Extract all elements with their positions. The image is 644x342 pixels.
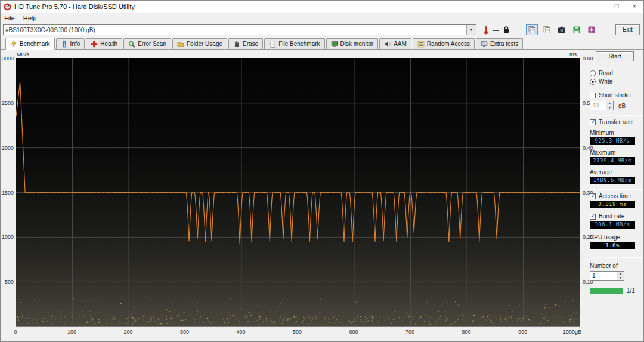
read-radio[interactable] xyxy=(590,70,596,76)
extra-tests-icon xyxy=(481,41,488,48)
x-axis-tick: 700 xyxy=(401,329,419,335)
chevron-down-icon[interactable]: ▼ xyxy=(466,25,476,35)
short-stroke-checkbox[interactable] xyxy=(590,93,596,98)
app-window: HD Tune Pro 5.70 - Hard Disk/SSD Utility… xyxy=(0,0,644,342)
tab-file-benchmark[interactable]: File Benchmark xyxy=(264,38,324,49)
access-time-value: 0.019 ms xyxy=(590,201,635,208)
menu-file[interactable]: File xyxy=(4,14,15,21)
window-title: HD Tune Pro 5.70 - Hard Disk/SSD Utility xyxy=(14,3,135,10)
average-label: Average xyxy=(590,169,643,175)
separator xyxy=(590,115,643,116)
speaker-icon xyxy=(384,41,391,48)
tab-extra-tests[interactable]: Extra tests xyxy=(476,38,523,49)
spinner-down-icon[interactable]: ▼ xyxy=(606,106,613,110)
minimize-button[interactable]: – xyxy=(590,1,608,13)
write-radio[interactable] xyxy=(590,79,596,85)
minimum-value: 925.3 MB/s xyxy=(590,137,635,145)
maximize-button[interactable]: □ xyxy=(608,1,626,13)
y-axis-tick-left: 1500 xyxy=(1,190,14,196)
spinner-arrows[interactable]: ▲▼ xyxy=(606,101,613,110)
access-time-label: Access time xyxy=(599,193,631,199)
menu-bar: File Help xyxy=(1,13,643,23)
burst-rate-row[interactable]: Burst rate xyxy=(590,213,643,220)
main-content: 300025002000150010005000.600.500.400.300… xyxy=(1,50,643,341)
number-of-value: 1 xyxy=(590,272,617,280)
window-controls: – □ × xyxy=(590,1,643,13)
tab-health[interactable]: Health xyxy=(86,38,122,49)
exit-button[interactable]: Exit xyxy=(615,24,640,35)
benchmark-chart: 300025002000150010005000.600.500.400.300… xyxy=(1,50,587,341)
tab-erase[interactable]: Erase xyxy=(228,38,263,49)
short-stroke-row[interactable]: Short stroke xyxy=(590,92,643,98)
tab-label: Info xyxy=(70,41,80,47)
copy-text-icon[interactable] xyxy=(541,24,553,35)
toolbar: #BS100T3X0C-00SJ00 (1000 gB) ▼ — xyxy=(1,23,643,37)
menu-help[interactable]: Help xyxy=(23,14,37,21)
health-cross-icon xyxy=(91,41,98,48)
toolbar-icon-group xyxy=(526,24,597,35)
trash-icon xyxy=(233,41,240,48)
progress-bar xyxy=(590,288,623,294)
tab-aam[interactable]: AAM xyxy=(379,38,411,49)
plot-area xyxy=(16,58,580,327)
number-of-spinner[interactable]: 1 ▲▼ xyxy=(590,271,624,281)
number-of-label: Number of xyxy=(590,263,643,269)
cpu-usage-value: 1.6% xyxy=(590,242,635,249)
write-radio-row[interactable]: Write xyxy=(590,78,643,85)
short-stroke-size-row: 40 ▲▼ gB xyxy=(590,101,643,110)
burst-rate-label: Burst rate xyxy=(599,213,624,220)
access-time-row[interactable]: Access time xyxy=(590,193,643,199)
short-stroke-size-spinner[interactable]: 40 ▲▼ xyxy=(590,101,614,110)
tab-random-access[interactable]: Random Access xyxy=(413,38,475,49)
thermometer-icon xyxy=(481,26,490,35)
burst-rate-checkbox[interactable] xyxy=(590,214,596,220)
spinner-up-icon[interactable]: ▲ xyxy=(617,272,624,276)
temperature-value: — xyxy=(493,26,499,33)
spinner-down-icon[interactable]: ▼ xyxy=(617,276,624,280)
tab-disk-monitor[interactable]: Disk monitor xyxy=(326,38,379,49)
lock-icon[interactable] xyxy=(501,26,510,35)
x-axis-tick: 200 xyxy=(119,329,137,335)
right-axis-unit-label: ms xyxy=(569,51,577,57)
y-axis-tick-left: 2000 xyxy=(1,145,14,151)
progress-text: 1/1 xyxy=(627,288,635,294)
save-icon[interactable] xyxy=(571,24,583,35)
copy-screenshot-icon[interactable] xyxy=(526,24,538,35)
drive-selector[interactable]: #BS100T3X0C-00SJ00 (1000 gB) ▼ xyxy=(3,24,476,35)
monitor-icon xyxy=(331,41,338,48)
lightning-icon xyxy=(10,40,17,47)
y-axis-tick-left: 1000 xyxy=(1,234,14,240)
tab-benchmark[interactable]: Benchmark xyxy=(5,38,55,50)
download-icon[interactable] xyxy=(586,24,597,35)
tab-folder-usage[interactable]: Folder Usage xyxy=(172,38,227,49)
read-label: Read xyxy=(599,70,613,76)
camera-icon[interactable] xyxy=(556,24,568,35)
transfer-rate-row[interactable]: Transfer rate xyxy=(590,119,643,125)
read-radio-row[interactable]: Read xyxy=(590,70,643,76)
x-axis-tick: 400 xyxy=(232,329,250,335)
access-time-checkbox[interactable] xyxy=(590,193,596,199)
x-axis-tick: 600 xyxy=(345,329,363,335)
tab-error-scan[interactable]: Error Scan xyxy=(123,38,171,49)
x-axis-tick: 800 xyxy=(457,329,475,335)
x-axis-tick: 0 xyxy=(7,329,24,335)
transfer-rate-checkbox[interactable] xyxy=(590,119,596,125)
magnifier-icon xyxy=(128,41,135,48)
short-stroke-unit: gB xyxy=(618,103,626,109)
temperature-display: — xyxy=(481,26,510,35)
minimum-label: Minimum xyxy=(590,130,643,136)
tab-label: Folder Usage xyxy=(187,41,222,47)
tab-label: File Benchmark xyxy=(278,41,320,47)
start-button[interactable]: Start xyxy=(596,51,634,61)
spinner-up-icon[interactable]: ▲ xyxy=(606,101,613,106)
tab-label: Erase xyxy=(243,41,258,47)
spinner-arrows[interactable]: ▲▼ xyxy=(617,272,624,280)
benchmark-options-panel: Start Read Write Short stroke 40 ▲▼ gB xyxy=(590,51,643,294)
folder-icon xyxy=(177,41,184,48)
x-axis-tick: 900 xyxy=(514,329,532,335)
tab-info[interactable]: Info xyxy=(56,38,85,49)
list-icon xyxy=(417,41,425,48)
close-button[interactable]: × xyxy=(626,1,643,13)
tab-label: AAM xyxy=(394,41,407,47)
progress-row: 1/1 xyxy=(590,288,643,294)
